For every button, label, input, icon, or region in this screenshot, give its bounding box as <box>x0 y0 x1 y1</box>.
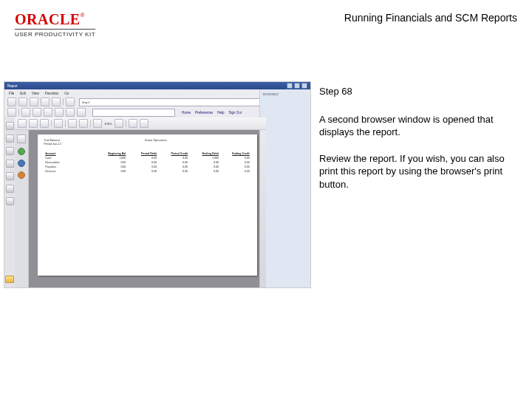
instruction-panel: Step 68 A second browser window is opene… <box>319 85 511 204</box>
thumbnails-icon[interactable] <box>17 134 26 143</box>
zoom-in-icon[interactable] <box>115 119 123 128</box>
step-label: Step 68 <box>319 85 511 98</box>
background-pane: 01/20/2012 <box>259 89 310 287</box>
instruction-paragraph: Review the report. If you wish, you can … <box>319 152 511 191</box>
find-icon[interactable] <box>54 119 63 128</box>
rail-icon[interactable] <box>6 172 14 180</box>
menu-item[interactable]: View <box>32 92 39 95</box>
email-icon[interactable] <box>40 119 49 128</box>
report-period: Period Jan-12 <box>44 143 61 146</box>
bookmark-icon[interactable] <box>18 160 25 167</box>
report-company: Vision Operations <box>145 139 167 143</box>
close-button[interactable] <box>301 83 307 89</box>
oracle-tm: ® <box>81 12 85 18</box>
print-button[interactable] <box>66 98 75 106</box>
tool-icon[interactable] <box>77 108 86 117</box>
rail-icon[interactable] <box>6 160 14 168</box>
pdf-canvas[interactable]: Trial Balance Period Jan-12 Vision Opera… <box>29 130 266 287</box>
back-button[interactable] <box>7 98 16 106</box>
bookmark-icon[interactable] <box>18 148 25 155</box>
save-icon[interactable] <box>18 119 27 128</box>
home-icon[interactable] <box>7 108 16 117</box>
tool-icon[interactable] <box>44 108 52 117</box>
refresh-button[interactable] <box>41 98 50 106</box>
toolbar-separator <box>51 120 52 127</box>
toolbar-separator <box>126 120 126 127</box>
stop-button[interactable] <box>30 98 38 106</box>
taskbar-rail <box>4 117 16 287</box>
linkbar-item[interactable]: Home <box>182 111 191 115</box>
date-label: 01/20/2012 <box>263 92 307 96</box>
tool-icon[interactable] <box>66 108 75 117</box>
app-linkbar: Home Preferences Help Sign Out <box>182 111 242 115</box>
bookmark-icon[interactable] <box>18 171 25 179</box>
menu-item[interactable]: Edit <box>20 92 26 95</box>
tool-icon[interactable] <box>55 108 64 117</box>
start-folder-icon[interactable] <box>5 276 14 283</box>
toolbar-separator <box>63 98 64 106</box>
menu-item[interactable]: Go <box>64 92 69 95</box>
oracle-logo-block: ORACLE® USER PRODUCTIVITY KIT <box>15 12 95 38</box>
toolbar-separator <box>18 109 19 116</box>
rail-icon[interactable] <box>6 122 14 130</box>
rail-icon[interactable] <box>6 185 14 193</box>
toolbar-separator <box>65 120 66 127</box>
rail-icon[interactable] <box>6 147 14 155</box>
oracle-logo: ORACLE <box>15 11 81 27</box>
report-table: Account Beginning Bal Period Debit Perio… <box>44 151 251 174</box>
embedded-screenshot: Report File Edit View Favorites Go http:… <box>4 81 311 288</box>
report-page: Trial Balance Period Jan-12 Vision Opera… <box>38 134 257 276</box>
pdf-viewer: 100% Trial Balance Period Jan-12 <box>15 117 266 287</box>
hand-tool-icon[interactable] <box>68 119 77 128</box>
select-tool-icon[interactable] <box>79 119 88 128</box>
print-icon[interactable] <box>29 119 38 128</box>
menu-item[interactable]: Favorites <box>45 92 59 95</box>
maximize-button[interactable] <box>294 83 300 89</box>
minimize-button[interactable] <box>287 83 293 89</box>
pdf-sidebar <box>15 130 29 287</box>
favorites-icon[interactable] <box>21 108 30 117</box>
browser-title: Report <box>7 84 18 88</box>
pdf-toolbar: 100% <box>15 117 266 130</box>
document-title: Running Financials and SCM Reports <box>344 12 517 24</box>
linkbar-item[interactable]: Sign Out <box>229 111 242 115</box>
home-button[interactable] <box>52 98 61 106</box>
forward-button[interactable] <box>18 98 27 106</box>
zoom-level: 100% <box>104 122 112 126</box>
fit-width-icon[interactable] <box>129 119 137 128</box>
menu-item[interactable]: File <box>9 92 14 95</box>
tool-icon[interactable] <box>33 108 41 117</box>
upk-subbrand: USER PRODUCTIVITY KIT <box>15 29 95 38</box>
browser-titlebar: Report <box>4 82 310 89</box>
linkbar-item[interactable]: Preferences <box>195 111 213 115</box>
search-input[interactable] <box>92 109 175 117</box>
linkbar-item[interactable]: Help <box>217 111 224 115</box>
zoom-out-icon[interactable] <box>93 119 102 128</box>
rail-icon[interactable] <box>6 197 14 205</box>
table-row: Revenue0.000.000.000.000.00 <box>44 169 251 174</box>
toolbar-separator <box>90 120 91 127</box>
fit-page-icon[interactable] <box>140 119 149 128</box>
instruction-paragraph: A second browser window is opened that d… <box>319 113 511 139</box>
rail-icon[interactable] <box>6 134 14 143</box>
